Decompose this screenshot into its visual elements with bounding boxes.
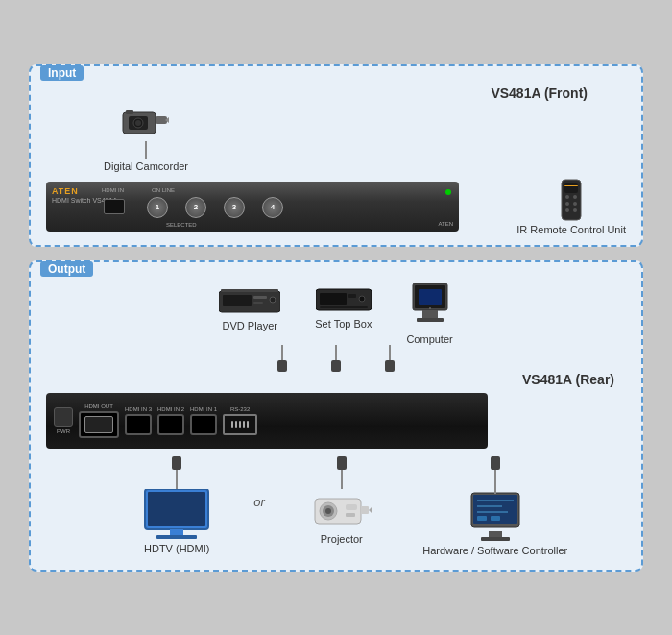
rear-hdmi-in2-group: HDMI IN 2 xyxy=(157,406,184,435)
controller-conn-line xyxy=(494,470,496,489)
panel-brand-right: ATEN xyxy=(438,221,453,227)
svg-rect-45 xyxy=(481,537,510,541)
ir-remote-group: IR Remote Control Unit xyxy=(516,178,626,235)
projector-col: Projector xyxy=(265,456,419,545)
output-devices-row: DVD Player Set Top Box xyxy=(46,283,626,345)
camcorder-label: Digital Camcorder xyxy=(104,160,188,172)
svg-point-25 xyxy=(359,296,365,302)
ir-remote-label: IR Remote Control Unit xyxy=(516,224,626,235)
settopbox-group: Set Top Box xyxy=(315,283,372,345)
rs232-pin-5 xyxy=(247,421,249,428)
rear-hdmi-in1-group: HDMI IN 1 xyxy=(190,406,217,435)
panel-button-4[interactable]: 4 xyxy=(262,197,283,218)
rear-hdmi-out-group: HDMI OUT xyxy=(79,403,119,438)
rear-rs232-inner xyxy=(231,421,249,428)
panel-button-1[interactable]: 1 xyxy=(147,197,168,218)
svg-point-32 xyxy=(429,307,431,309)
svg-point-10 xyxy=(573,195,577,199)
rear-hdmi-out-port xyxy=(79,411,119,438)
settopbox-icon xyxy=(316,283,372,316)
front-label: VS481A (Front) xyxy=(46,85,626,101)
svg-rect-31 xyxy=(419,289,442,305)
front-panel-row: ATEN HDMI Switch VS481A HDMI IN ON LINE … xyxy=(46,178,626,235)
computer-label: Computer xyxy=(406,333,452,345)
hdtv-conn-line xyxy=(176,470,178,489)
svg-rect-23 xyxy=(320,293,347,305)
ir-remote-icon xyxy=(558,178,585,222)
svg-rect-36 xyxy=(156,535,197,539)
conn-dvd-line xyxy=(281,345,283,360)
panel-power-led xyxy=(445,189,451,195)
svg-rect-26 xyxy=(320,306,368,308)
connectors-above-rear xyxy=(46,345,626,372)
svg-rect-43 xyxy=(361,506,369,514)
rear-hdmi-in1-port xyxy=(190,414,217,435)
svg-rect-51 xyxy=(477,516,487,521)
rs232-pin-2 xyxy=(235,421,237,428)
rear-hdmi-out-label: HDMI OUT xyxy=(84,403,113,409)
panel-button-3[interactable]: 3 xyxy=(224,197,245,218)
rear-hdmi-in3-group: HDMI IN 3 xyxy=(125,406,152,435)
svg-rect-17 xyxy=(223,295,252,306)
rear-panel-inner: PWR HDMI OUT HDMI IN 3 xyxy=(54,403,480,438)
controller-label: Hardware / Software Controller xyxy=(422,545,567,556)
svg-point-14 xyxy=(573,208,577,212)
panel-button-2[interactable]: 2 xyxy=(185,197,206,218)
svg-point-12 xyxy=(573,202,577,206)
conn-stb-line xyxy=(335,345,337,360)
svg-rect-24 xyxy=(348,294,356,298)
or-text: or xyxy=(253,495,265,509)
hdtv-icon xyxy=(143,489,210,541)
rear-hdmi-in1-label: HDMI IN 1 xyxy=(190,406,217,412)
rear-label-row: VS481A (Rear) xyxy=(46,372,626,391)
computer-group: Computer xyxy=(406,283,452,345)
input-devices-row: Digital Camcorder xyxy=(46,105,626,172)
settopbox-label: Set Top Box xyxy=(315,318,372,330)
input-section: Input VS481A (Front) xyxy=(29,64,643,247)
projector-conn-line xyxy=(341,470,343,489)
rear-hdmi-in2-label: HDMI IN 2 xyxy=(157,406,184,412)
projector-conn-plug xyxy=(337,456,347,470)
conn-computer-line xyxy=(389,345,391,360)
rear-section-wrapper: VS481A (Rear) PWR HDMI OUT xyxy=(46,372,626,449)
aten-logo: ATEN xyxy=(52,186,79,196)
rear-power-label: PWR xyxy=(57,428,70,434)
camcorder-icon xyxy=(121,105,171,141)
rear-rs232-label: RS-232 xyxy=(230,406,250,412)
rear-panel: PWR HDMI OUT HDMI IN 3 xyxy=(46,393,488,449)
hdtv-label: HDTV (HDMI) xyxy=(144,543,209,554)
svg-rect-30 xyxy=(417,318,444,322)
conn-computer-plug xyxy=(385,360,395,372)
panel-hdmi-port xyxy=(104,199,125,214)
conn-stb-plug xyxy=(331,360,341,372)
svg-rect-15 xyxy=(564,185,578,186)
svg-rect-18 xyxy=(253,296,267,299)
camcorder-connector-line xyxy=(145,141,147,159)
dvd-label: DVD Player xyxy=(223,320,277,331)
rear-power-btn[interactable] xyxy=(54,407,73,427)
output-label: Output xyxy=(40,261,93,277)
svg-rect-29 xyxy=(422,310,438,318)
rear-hdmi-in2-port xyxy=(157,414,184,435)
panel-hdmi-in-label: HDMI IN xyxy=(102,187,124,193)
svg-rect-35 xyxy=(170,529,183,535)
hdtv-col: HDTV (HDMI) xyxy=(100,456,253,554)
rear-rs232-port xyxy=(223,414,257,435)
svg-rect-21 xyxy=(221,289,278,292)
rear-power-group: PWR xyxy=(54,407,73,434)
svg-rect-19 xyxy=(253,302,263,304)
conn-stb xyxy=(331,345,341,372)
rear-rs232-group: RS-232 xyxy=(223,406,257,435)
output-bottom-row: HDTV (HDMI) or Projector xyxy=(46,449,626,556)
svg-point-9 xyxy=(565,195,569,199)
panel-buttons: 1 2 3 4 xyxy=(147,197,283,218)
rear-hdmi-out-inner xyxy=(84,416,113,433)
main-container: Input VS481A (Front) xyxy=(29,64,643,572)
camcorder-group: Digital Camcorder xyxy=(104,105,188,172)
dvd-icon xyxy=(219,283,280,318)
output-section: Output DVD Player xyxy=(29,260,643,572)
svg-rect-34 xyxy=(148,492,205,526)
svg-point-20 xyxy=(270,297,276,303)
controller-col: Hardware / Software Controller xyxy=(419,456,572,556)
svg-rect-6 xyxy=(126,110,133,114)
